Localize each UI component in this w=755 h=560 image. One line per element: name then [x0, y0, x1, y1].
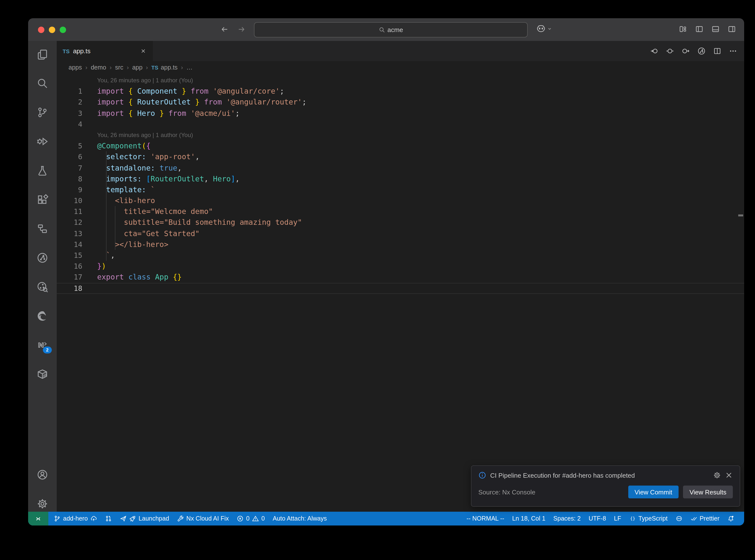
status-item-notifications[interactable] [723, 512, 738, 525]
status-item-vim-mode[interactable]: -- NORMAL -- [462, 512, 508, 525]
activity-item-extensions[interactable] [37, 194, 48, 205]
code-line[interactable]: 6 selector: 'app-root', [57, 152, 744, 162]
view-results-button[interactable]: View Results [683, 485, 733, 498]
code-line[interactable]: 9 template: ` [57, 184, 744, 195]
line-number[interactable]: 8 [57, 173, 97, 184]
activity-item-debug[interactable] [37, 136, 48, 147]
nx-circle-icon[interactable] [697, 47, 706, 55]
breadcrumb-item[interactable]: … [186, 64, 193, 71]
code-line[interactable]: 18 [57, 283, 744, 294]
nav-back-icon[interactable] [650, 47, 658, 55]
activity-item-container[interactable] [37, 368, 48, 380]
line-number[interactable]: 13 [57, 228, 97, 239]
status-item-formatter[interactable]: Prettier [686, 512, 723, 525]
status-item-cursor-position[interactable]: Ln 18, Col 1 [508, 512, 549, 525]
copilot-menu[interactable] [536, 24, 552, 34]
line-number[interactable]: 4 [57, 119, 97, 129]
activity-item-scm[interactable] [37, 106, 48, 118]
code-line[interactable]: 17export class App {} [57, 272, 744, 283]
code-line[interactable]: 12 subtitle="Build something amazing tod… [57, 217, 744, 228]
activity-item-nx[interactable]: 2 [37, 339, 48, 351]
status-item-git-branch[interactable]: add-hero [50, 512, 101, 525]
status-item-problems[interactable]: 00 [233, 512, 269, 525]
code-editor[interactable]: You, 26 minutes ago | 1 author (You)1imp… [57, 74, 744, 512]
line-number[interactable]: 17 [57, 272, 97, 283]
line-number[interactable]: 3 [57, 108, 97, 119]
minimize-window-button[interactable] [49, 27, 55, 33]
activity-item-edge[interactable] [37, 310, 48, 322]
code-line[interactable]: 16}) [57, 261, 744, 272]
titlebar: acme [28, 18, 744, 41]
status-item-encoding[interactable]: UTF-8 [584, 512, 610, 525]
blame-text: You, 26 minutes ago | 1 author (You) [97, 129, 193, 140]
line-number[interactable]: 18 [57, 283, 97, 294]
notification-close-icon[interactable] [725, 471, 733, 479]
status-item-launchpad[interactable]: Launchpad [116, 512, 173, 525]
line-number[interactable]: 16 [57, 261, 97, 272]
customize-layout-icon[interactable] [679, 25, 688, 34]
code-line[interactable]: 3import { Hero } from '@acme/ui'; [57, 108, 744, 119]
status-item-nx-cloud-ai-fix[interactable]: Nx Cloud AI Fix [173, 512, 233, 525]
tab-app-ts[interactable]: TS app.ts [57, 41, 153, 61]
close-window-button[interactable] [38, 27, 44, 33]
line-number[interactable]: 5 [57, 140, 97, 151]
nav-line-icon[interactable] [666, 47, 674, 55]
code-line[interactable]: 10 <lib-hero [57, 195, 744, 206]
activity-item-explorer[interactable] [37, 48, 48, 60]
line-number[interactable]: 15 [57, 250, 97, 261]
breadcrumb-item[interactable]: src [115, 64, 123, 71]
activity-item-hierarchy[interactable] [37, 223, 48, 235]
line-number[interactable]: 10 [57, 195, 97, 206]
nav-forward-icon[interactable] [681, 47, 690, 55]
activity-item-settings[interactable] [37, 498, 48, 510]
panel-right-icon[interactable] [728, 25, 736, 34]
line-number[interactable]: 1 [57, 86, 97, 97]
panel-left-icon[interactable] [695, 25, 704, 34]
activity-item-nx-cloud[interactable] [37, 252, 48, 264]
activity-item-testing[interactable] [37, 165, 48, 177]
command-center-search[interactable]: acme [254, 22, 528, 38]
code-line[interactable]: 15 `, [57, 250, 744, 261]
code-line[interactable]: 7 standalone: true, [57, 162, 744, 173]
line-number[interactable]: 2 [57, 97, 97, 108]
code-line[interactable]: 5@Component({ [57, 140, 744, 151]
code-line[interactable]: 2import { RouterOutlet } from '@angular/… [57, 97, 744, 108]
activity-item-search[interactable] [37, 77, 48, 89]
line-number[interactable]: 9 [57, 184, 97, 195]
line-number[interactable]: 7 [57, 162, 97, 173]
breadcrumb-item[interactable]: TSapp.ts [152, 64, 178, 71]
notification-settings-icon[interactable] [713, 471, 721, 479]
status-item-remote-indicator[interactable] [28, 512, 48, 525]
status-item-indentation[interactable]: Spaces: 2 [549, 512, 584, 525]
code-line[interactable]: 4 [57, 119, 744, 129]
status-item-copilot-status[interactable] [671, 512, 686, 525]
breadcrumb-item[interactable]: apps [68, 64, 82, 71]
line-number[interactable]: 11 [57, 206, 97, 217]
panel-bottom-icon[interactable] [711, 25, 720, 34]
more-icon[interactable] [729, 47, 737, 55]
code-line[interactable]: 11 title="Welcmoe demo" [57, 206, 744, 217]
split-icon[interactable] [713, 47, 721, 55]
code-line[interactable]: 13 cta="Get Started" [57, 228, 744, 239]
close-tab-icon[interactable] [139, 47, 147, 55]
code-line[interactable]: 14 ></lib-hero> [57, 239, 744, 250]
breadcrumb-item[interactable]: demo [91, 64, 106, 71]
view-commit-button[interactable]: View Commit [628, 485, 679, 498]
line-number[interactable]: 14 [57, 239, 97, 250]
line-number[interactable]: 12 [57, 217, 97, 228]
breadcrumb-item[interactable]: app [132, 64, 142, 71]
navigate-forward-icon[interactable] [237, 25, 245, 34]
status-item-auto-attach[interactable]: Auto Attach: Always [269, 512, 331, 525]
status-item-eol[interactable]: LF [610, 512, 625, 525]
status-item-language-mode[interactable]: {}TypeScript [625, 512, 671, 525]
breadcrumb-label: apps [68, 64, 82, 71]
status-item-compare-changes[interactable] [101, 512, 116, 525]
zoom-window-button[interactable] [60, 27, 66, 33]
code-line[interactable]: 8 imports: [RouterOutlet, Hero], [57, 173, 744, 184]
navigate-back-icon[interactable] [220, 25, 229, 34]
code-line[interactable]: 1import { Component } from '@angular/cor… [57, 86, 744, 97]
activity-item-account[interactable] [37, 469, 48, 481]
line-number[interactable]: 6 [57, 152, 97, 162]
activity-item-nx-cloud-search[interactable] [37, 281, 48, 293]
code-text: cta="Get Started" [97, 228, 744, 239]
